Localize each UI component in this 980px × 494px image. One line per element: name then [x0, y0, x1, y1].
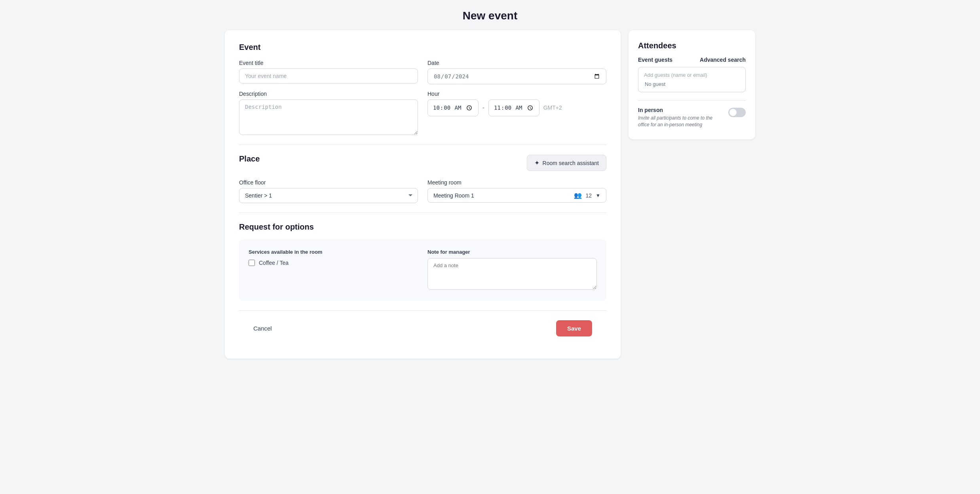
left-panel: Event Event title Date Description Hour [225, 30, 621, 359]
hour-dash: - [482, 104, 484, 111]
hour-label: Hour [427, 91, 606, 97]
note-panel: Note for manager [427, 249, 597, 291]
event-title-label: Event title [239, 60, 418, 66]
services-panel: Services available in the room Coffee / … [249, 249, 418, 291]
add-guests-placeholder: Add guests (name or email) [644, 72, 740, 78]
sparkle-icon: ✦ [534, 159, 539, 167]
meeting-room-label: Meeting room [427, 179, 606, 186]
office-floor-label: Office floor [239, 179, 418, 186]
footer-bar: Cancel Save [239, 310, 606, 346]
place-section: Place ✦ Room search assistant Office flo… [239, 154, 606, 203]
event-section-title: Event [239, 43, 606, 52]
in-person-desc: Invite all participants to come to the o… [638, 115, 724, 128]
description-input[interactable] [239, 99, 418, 135]
note-label: Note for manager [427, 249, 597, 255]
capacity-icon: 👥 [574, 192, 582, 199]
timezone-label: GMT+2 [543, 104, 562, 111]
guests-header: Event guests Advanced search [638, 57, 746, 63]
no-guest-text: No guest [644, 81, 740, 87]
description-label: Description [239, 91, 418, 97]
hour-start-input[interactable] [427, 99, 479, 116]
note-textarea[interactable] [427, 258, 597, 290]
coffee-tea-row: Coffee / Tea [249, 260, 418, 266]
services-title: Services available in the room [249, 249, 418, 255]
room-assistant-button[interactable]: ✦ Room search assistant [527, 155, 606, 171]
meeting-room-selector[interactable]: Meeting Room 1 👥 12 ▼ [427, 188, 606, 203]
options-section-title: Request for options [239, 222, 606, 232]
date-input[interactable] [427, 68, 606, 84]
event-section: Event Event title Date Description Hour [239, 43, 606, 135]
room-assistant-label: Room search assistant [543, 160, 599, 166]
date-label: Date [427, 60, 606, 66]
in-person-label: In person [638, 107, 724, 113]
in-person-text: In person Invite all participants to com… [638, 107, 724, 128]
capacity-number: 12 [586, 192, 592, 199]
coffee-tea-label: Coffee / Tea [259, 260, 289, 266]
section-divider-1 [239, 144, 606, 145]
place-section-title: Place [239, 154, 260, 163]
options-section: Request for options Services available i… [239, 222, 606, 301]
in-person-toggle[interactable] [728, 108, 746, 117]
save-button[interactable]: Save [556, 320, 592, 336]
dropdown-arrow-icon: ▼ [596, 193, 600, 198]
in-person-section: In person Invite all participants to com… [638, 100, 746, 128]
guests-input-box[interactable]: Add guests (name or email) No guest [638, 67, 746, 92]
right-panel: Attendees Event guests Advanced search A… [629, 30, 755, 139]
section-divider-2 [239, 213, 606, 213]
attendees-title: Attendees [638, 41, 746, 50]
office-floor-select[interactable]: Sentier > 1 [239, 188, 418, 203]
coffee-tea-checkbox[interactable] [249, 260, 255, 266]
advanced-search-link[interactable]: Advanced search [700, 57, 746, 63]
meeting-room-name: Meeting Room 1 [433, 192, 570, 199]
cancel-button[interactable]: Cancel [253, 325, 272, 332]
page-title: New event [0, 0, 980, 30]
guests-label: Event guests [638, 57, 672, 63]
hour-end-input[interactable] [488, 99, 539, 116]
event-title-input[interactable] [239, 68, 418, 84]
